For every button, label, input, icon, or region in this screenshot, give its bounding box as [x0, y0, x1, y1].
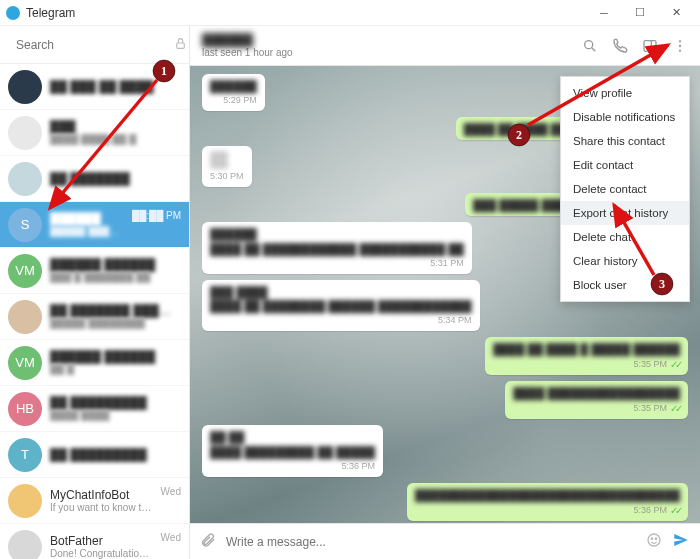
chat-list-item[interactable]: ██ ███ ██ ████: [0, 64, 189, 110]
message-in[interactable]: ██████████ ██ ████████████ ███████████ █…: [202, 222, 472, 273]
chat-name: BotFather: [50, 534, 153, 548]
sidebar-top: [0, 26, 189, 64]
attach-icon[interactable]: [200, 532, 216, 551]
menu-item-clear-history[interactable]: Clear history: [561, 249, 689, 273]
chat-time: Wed: [161, 486, 181, 497]
chat-list-item[interactable]: BotFatherDone! Congratulations on ...Wed: [0, 524, 189, 559]
chat-preview: █████ ████████: [50, 318, 173, 329]
chat-name: ██ ███████: [50, 172, 173, 186]
app-body: ██ ███ ██ ███████████ ████ ██ ███ ██████…: [0, 26, 700, 559]
chat-preview: ██ █: [50, 364, 173, 375]
svg-point-7: [679, 49, 681, 51]
chat-list-item[interactable]: VM██████ █████████ █ ███████ ██: [0, 248, 189, 294]
titlebar: Telegram ─ ☐ ✕: [0, 0, 700, 26]
chat-peer-name: ██████: [202, 33, 572, 47]
chat-preview: ████ ████ ██ █: [50, 134, 173, 145]
chat-header: ██████ last seen 1 hour ago: [190, 26, 700, 66]
message-input[interactable]: [226, 535, 636, 549]
chat-list-item[interactable]: ███████ ████ ██ █: [0, 110, 189, 156]
chat-name: ██████ ██████: [50, 258, 173, 272]
avatar: [8, 116, 42, 150]
chat-name: ██ ███ ██ ████: [50, 80, 173, 94]
avatar: S: [8, 208, 42, 242]
window-controls: ─ ☐ ✕: [586, 0, 694, 26]
chat-name: ██████: [50, 212, 124, 226]
close-button[interactable]: ✕: [658, 0, 694, 26]
chat-list-item[interactable]: VM██████ ████████ █: [0, 340, 189, 386]
maximize-button[interactable]: ☐: [622, 0, 658, 26]
minimize-button[interactable]: ─: [586, 0, 622, 26]
chat-name: ██ █████████: [50, 448, 173, 462]
menu-item-edit-contact[interactable]: Edit contact: [561, 153, 689, 177]
svg-point-10: [655, 538, 656, 539]
chat-time: ██:██ PM: [132, 210, 181, 221]
svg-line-2: [592, 48, 595, 51]
search-input[interactable]: [16, 38, 166, 52]
avatar: [8, 530, 42, 560]
chat-preview: ████ ████: [50, 410, 173, 421]
svg-point-1: [585, 40, 593, 48]
message-in[interactable]: ██████5:29 PM: [202, 74, 265, 111]
message-in[interactable]: 5:30 PM: [202, 146, 252, 187]
message-out[interactable]: ████ █████████████████5:35 PM✓✓: [505, 381, 688, 419]
message-out[interactable]: ████ ██ ████ █ █████ ██████5:35 PM✓✓: [485, 337, 688, 375]
chat-list-item[interactable]: HB██ █████████████ ████: [0, 386, 189, 432]
chat-peer-status: last seen 1 hour ago: [202, 47, 572, 58]
avatar: T: [8, 438, 42, 472]
svg-rect-3: [644, 40, 656, 51]
avatar: VM: [8, 346, 42, 380]
message-in[interactable]: ██:██████ █████████ ██ █████5:36 PM: [202, 425, 383, 476]
menu-item-delete-contact[interactable]: Delete contact: [561, 177, 689, 201]
menu-item-disable-notifications[interactable]: Disable notifications: [561, 105, 689, 129]
lock-icon[interactable]: [174, 37, 187, 53]
menu-item-export-chat-history[interactable]: Export chat history: [561, 201, 689, 225]
chat-preview: Done! Congratulations on ...: [50, 548, 153, 559]
window-title: Telegram: [26, 6, 586, 20]
menu-item-delete-chat[interactable]: Delete chat: [561, 225, 689, 249]
svg-point-8: [648, 534, 660, 546]
chat-list-item[interactable]: ██ ███████ ███████████ ████████: [0, 294, 189, 340]
avatar: [8, 70, 42, 104]
chat-preview: If you want to know the Chat ...: [50, 502, 153, 513]
avatar: [8, 162, 42, 196]
chat-list-item[interactable]: MyChatInfoBotIf you want to know the Cha…: [0, 478, 189, 524]
chat-list[interactable]: ██ ███ ██ ███████████ ████ ██ ███ ██████…: [0, 64, 189, 559]
chat-preview: █████ ███████ ██ █ ███: [50, 226, 124, 237]
more-icon[interactable]: [672, 38, 688, 54]
telegram-icon: [6, 6, 20, 20]
chat-time: Wed: [161, 532, 181, 543]
avatar: [8, 300, 42, 334]
svg-point-6: [679, 44, 681, 46]
menu-item-share-this-contact[interactable]: Share this contact: [561, 129, 689, 153]
message-in[interactable]: ███ ████████ ██ ████████ ██████ ████████…: [202, 280, 480, 331]
chat-name: ██████ ██████: [50, 350, 173, 364]
search-icon[interactable]: [582, 38, 598, 54]
composer: [190, 523, 700, 559]
send-button[interactable]: [672, 531, 690, 553]
avatar: VM: [8, 254, 42, 288]
call-icon[interactable]: [612, 38, 628, 54]
sidebar: ██ ███ ██ ███████████ ████ ██ ███ ██████…: [0, 26, 190, 559]
sidepanel-icon[interactable]: [642, 38, 658, 54]
avatar: [8, 484, 42, 518]
chat-name: MyChatInfoBot: [50, 488, 153, 502]
chat-name: ██ ███████ ██████: [50, 304, 173, 318]
context-menu: View profileDisable notificationsShare t…: [560, 76, 690, 302]
menu-item-block-user[interactable]: Block user: [561, 273, 689, 297]
chat-list-item[interactable]: ██ ███████: [0, 156, 189, 202]
svg-point-9: [651, 538, 652, 539]
chat-name: ███: [50, 120, 173, 134]
message-out[interactable]: ██████████████████████████████████5:36 P…: [407, 483, 688, 521]
chat-pane: ██████ last seen 1 hour ago ██████5:29 P…: [190, 26, 700, 559]
chat-preview: ███ █ ███████ ██: [50, 272, 173, 283]
chat-name: ██ █████████: [50, 396, 173, 410]
chat-list-item[interactable]: S███████████ ███████ ██ █ █████:██ PM: [0, 202, 189, 248]
svg-rect-0: [177, 42, 185, 47]
chat-list-item[interactable]: T██ █████████: [0, 432, 189, 478]
emoji-icon[interactable]: [646, 532, 662, 551]
svg-point-5: [679, 40, 681, 42]
avatar: HB: [8, 392, 42, 426]
menu-item-view-profile[interactable]: View profile: [561, 81, 689, 105]
